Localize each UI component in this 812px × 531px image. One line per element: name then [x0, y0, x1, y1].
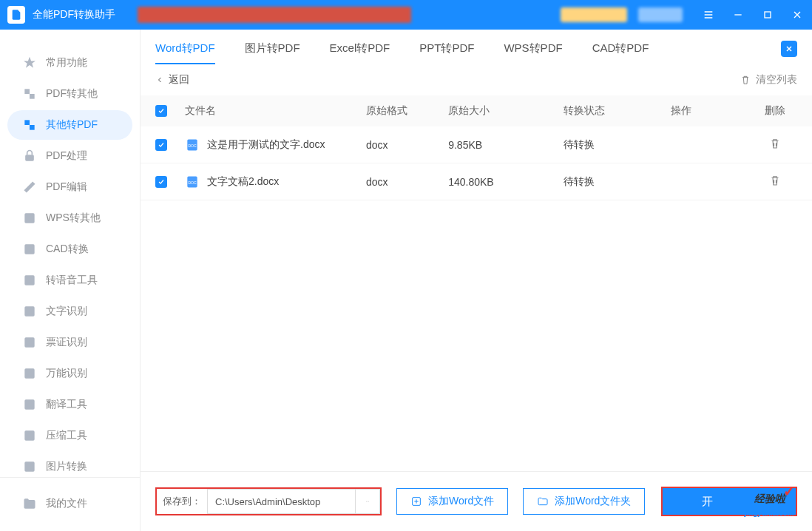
sidebar-item-my-files[interactable]: 我的文件 [7, 489, 132, 518]
add-file-button[interactable]: 添加Word文件 [396, 488, 508, 515]
file-size: 9.85KB [448, 139, 564, 151]
app-logo [7, 6, 25, 24]
sidebar-item-label: 转语音工具 [46, 274, 98, 287]
sidebar-item-label: 万能识别 [46, 367, 87, 380]
svg-rect-1 [24, 89, 30, 94]
row-checkbox[interactable] [155, 139, 167, 151]
trash-icon [740, 74, 751, 86]
app-title: 全能PDF转换助手 [33, 8, 115, 21]
toolbar: 返回 清空列表 [141, 64, 812, 95]
doc-icon: DOC [185, 175, 200, 189]
sidebar-item-pdf-process[interactable]: PDF处理 [7, 141, 132, 171]
tab-ppt-to-pdf[interactable]: PPT转PDF [419, 41, 474, 64]
save-path-browse-button[interactable] [355, 489, 380, 514]
main-panel: Word转PDF 图片转PDF Excel转PDF PPT转PDF WPS转PD… [141, 30, 812, 531]
sidebar-item-compress[interactable]: 压缩工具 [7, 421, 132, 450]
close-icon [791, 9, 803, 21]
svg-rect-0 [765, 12, 771, 18]
sidebar-item-translate[interactable]: 翻译工具 [7, 390, 132, 419]
titlebar: 全能PDF转换助手 [0, 0, 812, 30]
folder-icon [537, 496, 549, 507]
svg-rect-3 [24, 120, 30, 125]
titlebar-vip-button[interactable] [561, 7, 627, 22]
select-all-checkbox[interactable] [155, 105, 167, 117]
tabs-close-button[interactable] [781, 41, 797, 57]
lock-icon [22, 149, 37, 163]
sidebar-item-wps[interactable]: WPS转其他 [7, 203, 132, 233]
sidebar-item-pdf-edit[interactable]: PDF编辑 [7, 172, 132, 202]
tab-excel-to-pdf[interactable]: Excel转PDF [330, 41, 390, 64]
sidebar-item-label: 压缩工具 [46, 429, 87, 442]
check-icon [158, 107, 165, 115]
svg-rect-5 [25, 155, 34, 160]
watermark: ✓ 经验啦 jingyanla.com [745, 493, 794, 518]
sidebar-item-universal[interactable]: 万能识别 [7, 359, 132, 388]
svg-rect-12 [24, 399, 34, 409]
menu-button[interactable] [701, 7, 716, 22]
tab-wps-to-pdf[interactable]: WPS转PDF [504, 41, 562, 64]
sidebar-item-cad[interactable]: CAD转换 [7, 234, 132, 264]
add-folder-button[interactable]: 添加Word文件夹 [523, 488, 645, 515]
sidebar-item-ocr[interactable]: 文字识别 [7, 297, 132, 326]
folder-icon [22, 496, 37, 511]
maximize-button[interactable] [760, 7, 775, 22]
svg-point-19 [366, 501, 367, 502]
file-size: 140.80KB [448, 176, 564, 188]
sidebar-item-common[interactable]: 常用功能 [7, 48, 132, 78]
sidebar-item-label: 翻译工具 [46, 398, 87, 411]
check-icon [158, 178, 165, 186]
sidebar-item-other-to-pdf[interactable]: 其他转PDF [7, 110, 132, 140]
star-icon [22, 55, 37, 70]
close-icon [785, 44, 794, 53]
header-format: 原始格式 [366, 104, 448, 118]
delete-button[interactable] [768, 137, 782, 150]
back-button[interactable]: 返回 [155, 73, 189, 87]
sidebar-item-label: WPS转其他 [46, 212, 101, 225]
translate-icon [22, 397, 37, 412]
sidebar-item-label: 我的文件 [46, 497, 87, 510]
minimize-button[interactable] [731, 7, 745, 22]
close-button[interactable] [790, 7, 805, 22]
svg-rect-2 [30, 94, 35, 99]
sidebar-item-ticket[interactable]: 票证识别 [7, 328, 132, 357]
file-status: 待转换 [564, 138, 671, 152]
svg-rect-13 [24, 430, 34, 440]
delete-button[interactable] [768, 174, 782, 187]
back-label: 返回 [169, 73, 189, 87]
svg-rect-11 [24, 368, 34, 378]
image-icon [22, 459, 37, 474]
svg-rect-10 [24, 337, 34, 347]
table-row: DOC 文字文稿2.docx docx 140.80KB 待转换 [141, 163, 812, 200]
svg-point-21 [368, 501, 369, 502]
titlebar-user-button[interactable] [638, 7, 683, 22]
sidebar-item-image[interactable]: 图片转换 [7, 452, 132, 477]
table-row: DOC 这是用于测试的文字.docx docx 9.85KB 待转换 [141, 126, 812, 163]
tab-cad-to-pdf[interactable]: CAD转PDF [592, 41, 649, 64]
header-name: 文件名 [185, 104, 366, 118]
tab-word-to-pdf[interactable]: Word转PDF [155, 41, 215, 64]
header-status: 转换状态 [564, 104, 671, 118]
tab-image-to-pdf[interactable]: 图片转PDF [245, 41, 300, 64]
sidebar-item-label: 其他转PDF [46, 118, 98, 132]
add-file-label: 添加Word文件 [428, 495, 494, 508]
sidebar-item-pdf-to-other[interactable]: PDF转其他 [7, 79, 132, 109]
sidebar-item-label: 常用功能 [46, 56, 87, 70]
footer: 保存到： 添加Word文件 添加Word文件夹 开 ✓ 经验啦 jingyanl [141, 471, 812, 531]
clear-list-button[interactable]: 清空列表 [740, 73, 797, 87]
sidebar-item-audio[interactable]: 转语音工具 [7, 266, 132, 295]
add-folder-label: 添加Word文件夹 [555, 495, 631, 508]
sidebar-item-label: 文字识别 [46, 305, 87, 318]
sidebar-item-label: PDF编辑 [46, 180, 87, 194]
check-icon [158, 141, 165, 149]
clear-label: 清空列表 [756, 73, 797, 87]
minimize-icon [732, 9, 744, 21]
svg-rect-6 [24, 213, 34, 223]
save-path-input[interactable] [207, 489, 355, 514]
text-icon [22, 304, 37, 319]
row-checkbox[interactable] [155, 176, 167, 188]
chevron-left-icon [155, 75, 164, 84]
start-convert-button[interactable]: 开 ✓ 经验啦 jingyanla.com [663, 488, 796, 515]
sidebar-item-label: PDF转其他 [46, 87, 98, 101]
doc-icon: DOC [185, 138, 200, 152]
svg-rect-7 [24, 244, 34, 254]
